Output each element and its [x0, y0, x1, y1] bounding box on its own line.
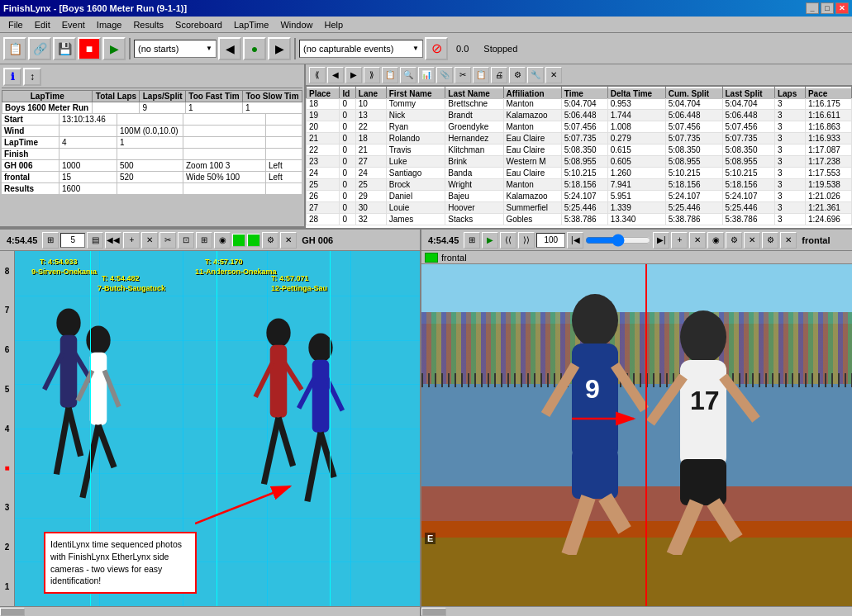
cam-slider-right[interactable]: ▶|	[653, 232, 669, 249]
svg-rect-19	[312, 359, 330, 432]
menu-help[interactable]: Help	[320, 18, 349, 31]
table-row[interactable]: 19013NickBrandtKalamazoo5:06.4481.7445:0…	[307, 110, 852, 121]
table-cell: James	[386, 214, 445, 225]
info-row: LapTime41	[2, 137, 302, 149]
cam-btn-export[interactable]	[247, 234, 260, 247]
menu-edit[interactable]: Edit	[30, 18, 55, 31]
cam-btn-left[interactable]: ◀◀	[105, 232, 121, 249]
cam-slider-left[interactable]: |◀	[567, 232, 583, 249]
table-row[interactable]: 23027LukeBrinkWestern M5:08.9550.6055:08…	[307, 156, 852, 168]
cam-btn-settings[interactable]: ⚙	[262, 232, 278, 249]
maximize-button[interactable]: □	[821, 2, 834, 14]
results-btn-9[interactable]: ✂	[455, 67, 471, 83]
cam-btn-r7[interactable]: ✕	[780, 232, 797, 249]
sort-icon[interactable]: ↕	[23, 68, 41, 86]
menu-window[interactable]: Window	[275, 18, 317, 31]
toolbar-btn-2[interactable]: 🔗	[28, 37, 51, 60]
cam-frame-input[interactable]	[60, 233, 85, 248]
no-capturable-dropdown[interactable]: (no capturable events) ▼	[299, 40, 423, 58]
cam-btn-r5[interactable]: ✕	[744, 232, 760, 249]
cam-btn-fit[interactable]: ⊞	[196, 232, 212, 249]
h-scrollbar-right[interactable]	[421, 606, 852, 616]
cam-btn-right[interactable]: ✂	[159, 232, 176, 249]
results-btn-8[interactable]: 📎	[436, 67, 453, 83]
results-btn-13[interactable]: 🔧	[527, 67, 544, 83]
scrollbar-thumb-left[interactable]	[0, 608, 25, 616]
cam-btn-split[interactable]: ⊞	[42, 232, 59, 249]
table-row[interactable]: 20022RyanGroendykeManton5:07.4561.0085:0…	[307, 121, 852, 133]
minimize-button[interactable]: _	[806, 2, 819, 14]
results-btn-10[interactable]: 📋	[473, 67, 489, 83]
menu-results[interactable]: Results	[128, 18, 169, 31]
toolbar-btn-5[interactable]: ▶	[102, 37, 126, 60]
zoom-input-right[interactable]	[536, 233, 565, 248]
results-btn-2[interactable]: ◀	[327, 67, 344, 83]
table-row[interactable]: 28032JamesStacksGobles5:38.78613.3405:38…	[307, 214, 852, 225]
results-btn-4[interactable]: ⟫	[364, 67, 380, 83]
table-cell: 21	[307, 133, 340, 145]
toolbar-btn-4[interactable]: ■	[78, 37, 101, 60]
table-row[interactable]: 27030LouieHooverSummerfiel5:25.4461.3395…	[307, 202, 852, 214]
table-row[interactable]: 21018RolandoHernandezEau Claire5:07.7350…	[307, 133, 852, 145]
cam-btn-r3[interactable]: ◉	[707, 232, 724, 249]
cam-play-r[interactable]: ▶	[482, 232, 498, 249]
cam-btn-r6[interactable]: ⚙	[762, 232, 778, 249]
cam-btn-next-r[interactable]: ⟩⟩	[518, 232, 535, 249]
table-cell: 5:04.704	[722, 98, 774, 110]
title-controls[interactable]: _ □ ✕	[806, 2, 849, 14]
table-cell: 5:07.456	[665, 121, 722, 133]
table-cell: 3	[774, 98, 805, 110]
menu-file[interactable]: File	[3, 18, 28, 31]
table-cell: Banda	[445, 168, 503, 179]
toolbar-btn-1[interactable]: 📋	[3, 37, 26, 60]
results-tbody: 18010TommyBrettschneManton5:04.7040.9535…	[307, 98, 852, 225]
no-starts-dropdown[interactable]: (no starts) ▼	[134, 40, 217, 58]
table-cell: Daniel	[386, 191, 445, 202]
cam-btn-split-r[interactable]: ⊞	[464, 232, 480, 249]
results-btn-5[interactable]: 📋	[382, 67, 398, 83]
cam-btn-zoom[interactable]: ⊡	[178, 232, 194, 249]
results-btn-7[interactable]: 📊	[418, 67, 435, 83]
menu-event[interactable]: Event	[57, 18, 90, 31]
cam-btn-mode[interactable]: ◉	[214, 232, 231, 249]
results-btn-6[interactable]: 🔍	[400, 67, 416, 83]
cam-btn-grid[interactable]: ▤	[87, 232, 103, 249]
menu-image[interactable]: Image	[92, 18, 127, 31]
cam-btn-prev[interactable]: +	[123, 232, 140, 249]
table-row[interactable]: 22021TravisKlitchmanEau Claire5:08.3500.…	[307, 145, 852, 156]
toolbar-btn-3[interactable]: 💾	[53, 37, 76, 60]
table-cell: 1.339	[607, 202, 665, 214]
menu-laptime[interactable]: LapTime	[229, 18, 274, 31]
toolbar-btn-6[interactable]: ◀	[218, 37, 241, 60]
toolbar-btn-8[interactable]: ▶	[268, 37, 291, 60]
results-btn-14[interactable]: ✕	[545, 67, 562, 83]
cam-btn-zoom-out[interactable]: ✕	[689, 232, 706, 249]
table-row[interactable]: 26029DanielBajeuKalamazoo5:24.1075.9515:…	[307, 191, 852, 202]
cam-btn-zoom-in[interactable]: +	[671, 232, 688, 249]
cam-btn-r4[interactable]: ⚙	[726, 232, 742, 249]
results-btn-11[interactable]: 🖨	[491, 67, 507, 83]
table-row[interactable]: 18010TommyBrettschneManton5:04.7040.9535…	[307, 98, 852, 110]
toolbar-btn-7[interactable]: ●	[243, 37, 266, 60]
h-scrollbar-left[interactable]	[0, 606, 420, 616]
results-btn-1[interactable]: ⟪	[309, 67, 326, 83]
zoom-slider[interactable]	[585, 235, 651, 246]
table-row[interactable]: 25025BrockWrightManton5:18.1567.9415:18.…	[307, 179, 852, 191]
cam-btn-prev-r[interactable]: ⟨⟨	[500, 232, 516, 249]
lane-numbers: 1 2 3 ■ 4 5 6 7 8	[0, 251, 15, 606]
table-cell: 5:08.955	[561, 156, 607, 168]
cam-btn-color[interactable]	[232, 234, 245, 247]
table-row[interactable]: 24024SantiagoBandaEau Claire5:10.2151.26…	[307, 168, 852, 179]
scrollbar-thumb-right[interactable]	[421, 608, 446, 616]
info-table: LapTime Total Laps Laps/Split Too Fast T…	[2, 90, 302, 114]
cam-btn-more[interactable]: ✕	[280, 232, 297, 249]
toolbar-stop-btn[interactable]: ⊘	[425, 37, 448, 60]
cam-btn-next[interactable]: ✕	[141, 232, 158, 249]
table-cell: 1:16.863	[805, 121, 851, 133]
results-btn-12[interactable]: ⚙	[509, 67, 526, 83]
col-laps-split: Laps/Split	[140, 91, 185, 102]
results-btn-3[interactable]: ▶	[345, 67, 362, 83]
menu-scoreboard[interactable]: Scoreboard	[170, 18, 227, 31]
close-button[interactable]: ✕	[835, 2, 849, 14]
info-icon[interactable]: ℹ	[3, 68, 21, 86]
